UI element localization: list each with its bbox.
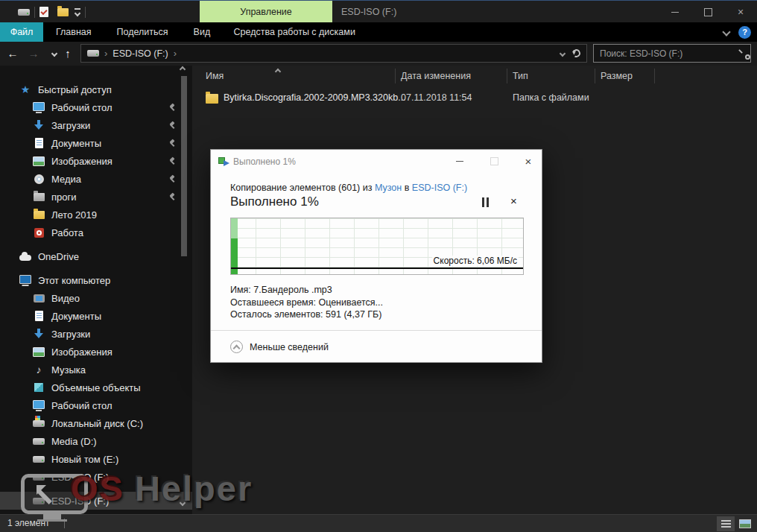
sidebar-item-label: Объемные объекты [51,382,141,393]
collapse-details-icon[interactable] [230,341,243,353]
maximize-icon [490,157,498,165]
customize-toolbar-icon[interactable] [75,8,80,16]
minimize-icon [671,12,679,13]
sidebar-item-disk-f-selected[interactable]: ESD-ISO (F:) [0,492,192,510]
ribbon-tab-главная[interactable]: Главная [43,22,104,42]
sidebar-item-documents-qa[interactable]: Документы [0,134,192,152]
file-type-cell: Папка с файлами [513,88,589,107]
sidebar-item-video[interactable]: Видео [0,289,192,307]
details-view-button[interactable] [717,516,735,531]
sidebar-item-disk-e[interactable]: Новый том (E:) [0,450,192,468]
sort-ascending-icon[interactable] [275,69,281,75]
file-name-cell: Bytirka.Discografia.2002-2009.MP3.320kb.… [224,88,406,107]
progress-heading: Выполнено 1% [230,194,319,209]
file-row[interactable]: Bytirka.Discografia.2002-2009.MP3.320kb.… [192,88,757,107]
sidebar-item-desktop-qa[interactable]: Рабочий стол [0,98,192,116]
thumbnail-view-button[interactable] [736,516,754,531]
breadcrumb-path[interactable]: ESD-ISO (F:) [113,48,168,59]
sidebar-item-leto-2019[interactable]: Лето 2019 [0,206,192,224]
column-header-2[interactable]: Дата изменения [401,66,471,86]
sidebar-item-label: Видео [51,293,80,304]
dialog-maximize-button [482,150,506,172]
sidebar-item-label: Лето 2019 [51,209,97,221]
sidebar-item-disk-f[interactable]: ESD-ISO (F:) [0,468,192,486]
less-details-button[interactable]: Меньше сведений [250,331,329,364]
maximize-button[interactable] [691,1,724,23]
sidebar-item-downloads[interactable]: Загрузки [0,325,192,343]
column-separator[interactable] [507,69,507,83]
cd-icon [33,173,45,185]
column-header-3[interactable]: Тип [513,66,528,86]
music-icon: ♪ [33,364,45,376]
back-button[interactable]: ← [4,42,21,66]
ribbon-tab-поделиться[interactable]: Поделиться [104,22,181,42]
pic-icon [33,155,45,167]
column-separator[interactable] [654,69,655,83]
ribbon-tab-вид[interactable]: Вид [181,22,224,42]
sidebar-item-documents[interactable]: Документы [0,307,192,325]
sidebar-item-objects-3d[interactable]: Объемные объекты [0,379,192,396]
dialog-title: Выполнено 1% [233,150,296,174]
close-button[interactable]: × [724,1,757,23]
drive-icon [33,453,45,465]
ribbon-tabs: ФайлГлавнаяПоделитьсяВидСредства работы … [0,22,757,42]
sidebar-item-disk-c[interactable]: Локальный диск (C:) [0,414,192,432]
refresh-icon[interactable] [571,48,581,58]
sidebar-item-label: Загрузки [51,329,90,340]
details-view-icon [721,520,731,528]
pin-icon [168,193,176,201]
ribbon-tab-средства-работы-с-дисками[interactable]: Средства работы с дисками [227,22,361,42]
copy-details: Имя: 7.Бандероль .mp3 Оставшееся время: … [230,284,383,321]
column-header-1[interactable]: Имя [206,66,224,86]
sidebar-item-label: Документы [51,311,101,322]
minimize-button[interactable] [659,1,691,23]
copy-progress-dialog: Выполнено 1% × Копирование элементов (60… [210,149,542,363]
cancel-copy-button[interactable]: × [510,194,517,207]
video-icon [33,292,45,304]
sidebar-scrollbar-thumb[interactable] [181,76,187,256]
sidebar-item-quick-access[interactable]: ★Быстрый доступ [0,80,192,98]
column-separator[interactable] [595,69,595,83]
up-button[interactable]: ↑ [60,42,76,66]
contextual-tab-manage[interactable]: Управление [200,1,332,23]
new-folder-icon[interactable] [57,8,69,16]
folder-icon [33,209,45,221]
column-separator[interactable] [395,69,396,83]
maximize-icon [704,8,712,16]
sidebar-item-desktop[interactable]: Рабочий стол [0,396,192,414]
sidebar-item-label: Этот компьютер [38,275,110,286]
pause-button[interactable] [478,197,492,209]
sidebar-item-media-qa[interactable]: Медиа [0,170,192,188]
sidebar-item-this-pc[interactable]: Этот компьютер [0,271,192,289]
titlebar: Управление ESD-ISO (F:) × [0,0,757,22]
properties-icon[interactable] [39,7,48,17]
sidebar-item-disk-d[interactable]: Media (D:) [0,432,192,450]
ribbon-collapse-icon[interactable] [722,28,730,36]
sidebar-item-music[interactable]: ♪Музыка [0,361,192,379]
pin-icon [168,104,176,112]
sidebar-item-rabota[interactable]: Работа [0,224,192,241]
destination-link[interactable]: ESD-ISO (F:) [412,183,467,193]
dialog-close-button[interactable]: × [516,150,540,172]
sidebar-item-downloads-qa[interactable]: Загрузки [0,116,192,134]
download-icon [33,328,45,340]
ribbon-tab-файл[interactable]: Файл [0,22,43,42]
sidebar-item-pictures-qa[interactable]: Изображения [0,152,192,170]
address-dropdown-icon[interactable] [560,50,566,56]
source-folder-link[interactable]: Музон [375,183,402,193]
breadcrumb[interactable]: › ESD-ISO (F:) › [80,44,587,63]
sidebar-item-onedrive[interactable]: OneDrive [0,247,192,265]
drive-icon[interactable] [18,9,30,16]
file-name-line: Имя: 7.Бандероль .mp3 [230,284,383,297]
items-remaining-line: Осталось элементов: 591 (4,37 ГБ) [230,308,383,321]
dialog-minimize-button[interactable] [448,150,472,172]
pin-icon [168,175,176,183]
help-icon[interactable]: ? [738,26,751,39]
sidebar-item-pictures[interactable]: Изображения [0,343,192,361]
column-header-4[interactable]: Размер [601,66,633,86]
pin-icon [168,139,176,148]
sidebar-item-label: Изображения [51,156,113,167]
search-input[interactable]: Поиск: ESD-ISO (F:) [593,44,751,63]
forward-button[interactable]: → [25,42,42,66]
sidebar-item-progi-qa[interactable]: проги [0,188,192,206]
